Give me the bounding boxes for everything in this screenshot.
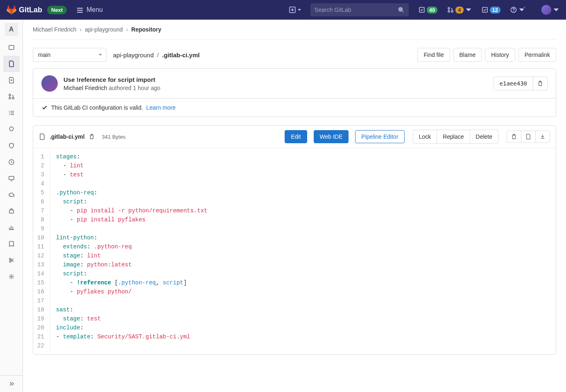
breadcrumb-sep: ›	[80, 26, 82, 33]
path-file[interactable]: .gitlab-ci.yml	[162, 52, 200, 59]
commit-author-avatar[interactable]	[41, 75, 58, 92]
webide-button[interactable]: Web IDE	[314, 130, 349, 143]
delete-button[interactable]: Delete	[470, 130, 498, 144]
chevron-right-double-icon	[8, 381, 15, 387]
new-dropdown[interactable]	[287, 4, 304, 16]
find-file-button[interactable]: Find file	[417, 48, 450, 62]
cloud-icon	[8, 191, 15, 198]
commit-author[interactable]: Michael Friedrich	[63, 85, 107, 91]
path-project[interactable]: api-playground	[113, 52, 154, 59]
breadcrumb-user[interactable]: Michael Friedrich	[33, 26, 77, 33]
shield-icon	[8, 142, 15, 149]
notification-dot	[523, 6, 526, 9]
menu-label: Menu	[86, 6, 103, 14]
sidebar-packages[interactable]	[3, 203, 20, 219]
question-icon	[510, 7, 517, 13]
sidebar-merge-requests[interactable]	[3, 88, 20, 105]
learn-more-link[interactable]: Learn more	[146, 104, 176, 111]
chevron-down-icon	[465, 7, 472, 13]
sidebar-deployments[interactable]	[3, 154, 20, 170]
chart-icon	[8, 224, 15, 231]
nav-help[interactable]	[510, 7, 525, 13]
sidebar-infrastructure[interactable]	[3, 187, 20, 203]
raw-button[interactable]	[521, 131, 535, 143]
search-input[interactable]	[315, 7, 398, 13]
clipboard-icon	[511, 134, 517, 140]
sidebar-collapse[interactable]	[0, 375, 23, 392]
nav-merge-requests[interactable]: 4	[447, 7, 471, 14]
download-button[interactable]	[535, 131, 550, 143]
svg-point-14	[9, 258, 11, 260]
issues-icon	[419, 7, 425, 13]
blame-button[interactable]: Blame	[453, 48, 482, 62]
sidebar-snippets[interactable]	[3, 252, 20, 268]
next-badge[interactable]: Next	[47, 6, 67, 14]
svg-point-3	[448, 11, 450, 12]
doc-new-icon	[8, 77, 15, 83]
copy-sha-button[interactable]	[533, 77, 548, 90]
file-size: 341 Bytes	[102, 134, 126, 140]
sidebar-repository[interactable]	[3, 56, 20, 72]
deploy-icon	[8, 159, 15, 165]
sidebar-issues[interactable]	[3, 72, 20, 88]
copy-contents-button[interactable]	[507, 131, 521, 143]
commit-time: 1 hour ago	[133, 85, 161, 91]
project-avatar[interactable]: A	[5, 23, 18, 36]
file-nav-row: main api-playground / .gitlab-ci.yml Fin…	[33, 48, 556, 62]
top-navbar: GitLab Next Menu 40 4 12	[0, 0, 566, 20]
commit-box: Use !reference for script import Michael…	[33, 68, 556, 99]
chevron-down-icon	[553, 7, 559, 13]
branch-selector[interactable]: main	[33, 48, 106, 62]
commit-title[interactable]: Use !reference for script import	[63, 76, 488, 83]
file-actions: Find file Blame History Permalink	[417, 48, 556, 62]
pipeline-editor-button[interactable]: Pipeline Editor	[355, 130, 404, 143]
download-icon	[540, 134, 546, 140]
breadcrumb-page[interactable]: Repository	[131, 26, 161, 33]
brand-text: GitLab	[19, 6, 42, 14]
sidebar-security[interactable]	[3, 121, 20, 137]
copy-path-icon[interactable]	[89, 134, 95, 140]
svg-rect-7	[9, 45, 14, 50]
nav-todos[interactable]: 12	[482, 7, 500, 14]
sidebar-settings[interactable]	[3, 268, 20, 285]
sidebar-project-info[interactable]	[3, 39, 20, 56]
sidebar-cicd[interactable]	[3, 105, 20, 121]
sidebar-analytics[interactable]	[3, 219, 20, 236]
breadcrumbs: Michael Friedrich › api-playground › Rep…	[33, 26, 556, 40]
search-box[interactable]	[310, 3, 409, 16]
file-header: .gitlab-ci.yml 341 Bytes Edit Web IDE Pi…	[33, 126, 556, 148]
todo-icon	[482, 7, 488, 13]
doc-icon	[8, 61, 15, 67]
mr-count: 4	[455, 7, 463, 14]
commit-sha[interactable]: e1aee430	[494, 77, 533, 90]
lock-button[interactable]: Lock	[413, 130, 437, 144]
main-content: Michael Friedrich › api-playground › Rep…	[23, 20, 566, 392]
breadcrumb-project[interactable]: api-playground	[85, 26, 123, 33]
svg-rect-12	[9, 176, 14, 180]
code-content: stages: - lint - test .python-req: scrip…	[50, 148, 213, 354]
sidebar-shield[interactable]	[3, 137, 20, 154]
sidebar-monitor[interactable]	[3, 170, 20, 187]
line-numbers: 12345678910111213141516171819202122	[33, 148, 50, 354]
search-icon	[398, 7, 405, 13]
sidebar-wiki[interactable]	[3, 236, 20, 252]
gitlab-logo[interactable]: GitLab	[7, 5, 42, 15]
svg-point-15	[9, 261, 11, 262]
commit-meta: Michael Friedrich authored 1 hour ago	[63, 85, 488, 91]
code-area: 12345678910111213141516171819202122 stag…	[33, 148, 556, 354]
clipboard-icon	[537, 81, 543, 86]
history-button[interactable]: History	[485, 48, 515, 62]
nav-user-menu[interactable]	[535, 5, 559, 15]
replace-button[interactable]: Replace	[437, 130, 469, 144]
svg-point-10	[12, 97, 14, 99]
chevron-down-icon	[297, 8, 301, 12]
nav-issues[interactable]: 40	[419, 7, 437, 14]
menu-toggle[interactable]: Menu	[77, 6, 103, 14]
doc-icon	[525, 134, 531, 140]
edit-button[interactable]: Edit	[285, 130, 307, 143]
svg-rect-13	[9, 210, 14, 213]
permalink-button[interactable]: Permalink	[518, 48, 556, 62]
rocket-icon	[8, 126, 15, 133]
left-sidebar: A	[0, 20, 23, 392]
gear-icon	[8, 273, 15, 280]
